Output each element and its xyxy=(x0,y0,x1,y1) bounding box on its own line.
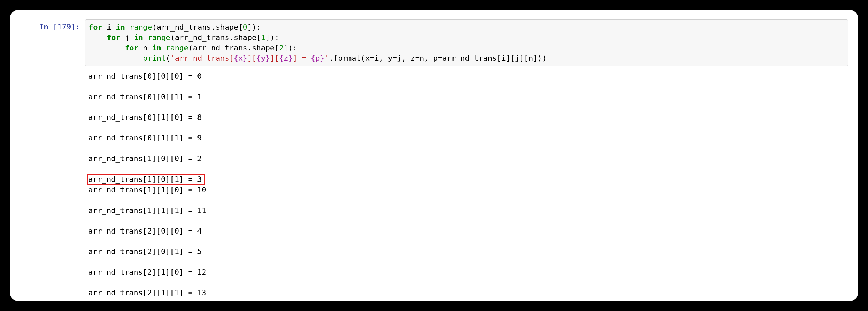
format-placeholder-p: {p} xyxy=(311,54,324,62)
format-args-tail: arr_nd_trans[i][j][n])) xyxy=(442,54,547,62)
builtin-range: range xyxy=(148,33,170,42)
index-1: 1 xyxy=(261,33,265,42)
output-line-highlighted: arr_nd_trans[1][0][1] = 3 xyxy=(87,174,205,185)
output-line: arr_nd_trans[1][1][0] = 10 xyxy=(88,185,845,195)
keyword-in: in xyxy=(152,43,161,52)
output-line: arr_nd_trans[2][1][1] = 13 xyxy=(88,288,845,298)
output-line: arr_nd_trans[3][0][0] = 6 xyxy=(88,308,845,311)
var-i: i xyxy=(107,23,111,32)
output-line: arr_nd_trans[1][0][0] = 2 xyxy=(88,153,845,164)
output-line: arr_nd_trans[1][1][1] = 11 xyxy=(88,206,845,216)
stdout-output: arr_nd_trans[0][0][0] = 0 arr_nd_trans[0… xyxy=(85,66,848,311)
index-0: 0 xyxy=(243,23,247,32)
keyword-for: for xyxy=(107,33,120,42)
format-placeholder-x: {x} xyxy=(234,54,247,62)
notebook-cell-frame: In [179]: for i in range(arr_nd_trans.sh… xyxy=(10,10,858,301)
input-cell: In [179]: for i in range(arr_nd_trans.sh… xyxy=(20,19,848,66)
builtin-print: print xyxy=(143,54,166,62)
output-line: arr_nd_trans[2][0][0] = 4 xyxy=(88,226,845,236)
builtin-range: range xyxy=(166,43,188,52)
code-input[interactable]: for i in range(arr_nd_trans.shape[0]): f… xyxy=(85,19,848,66)
output-line: arr_nd_trans[2][0][1] = 5 xyxy=(88,247,845,257)
output-line: arr_nd_trans[0][0][1] = 1 xyxy=(88,92,845,102)
builtin-range: range xyxy=(129,23,152,32)
input-prompt: In [179]: xyxy=(20,19,85,32)
index-2: 2 xyxy=(279,43,283,52)
output-line: arr_nd_trans[2][1][0] = 12 xyxy=(88,267,845,277)
format-placeholder-y: {y} xyxy=(256,54,270,62)
shape-access: arr_nd_trans.shape[ xyxy=(193,43,279,52)
keyword-in: in xyxy=(116,23,125,32)
var-n: n xyxy=(143,43,148,52)
shape-access: arr_nd_trans.shape[ xyxy=(157,23,243,32)
var-j: j xyxy=(125,33,129,42)
string-literal: 'arr_nd_trans[ xyxy=(170,54,233,62)
output-line: arr_nd_trans[0][1][1] = 9 xyxy=(88,133,845,143)
keyword-in: in xyxy=(134,33,143,42)
keyword-for: for xyxy=(125,43,139,52)
shape-access: arr_nd_trans.shape[ xyxy=(175,33,261,42)
output-line: arr_nd_trans[0][1][0] = 8 xyxy=(88,112,845,123)
output-line: arr_nd_trans[0][0][0] = 0 xyxy=(88,71,845,82)
format-placeholder-z: {z} xyxy=(279,54,293,62)
keyword-for: for xyxy=(89,23,102,32)
